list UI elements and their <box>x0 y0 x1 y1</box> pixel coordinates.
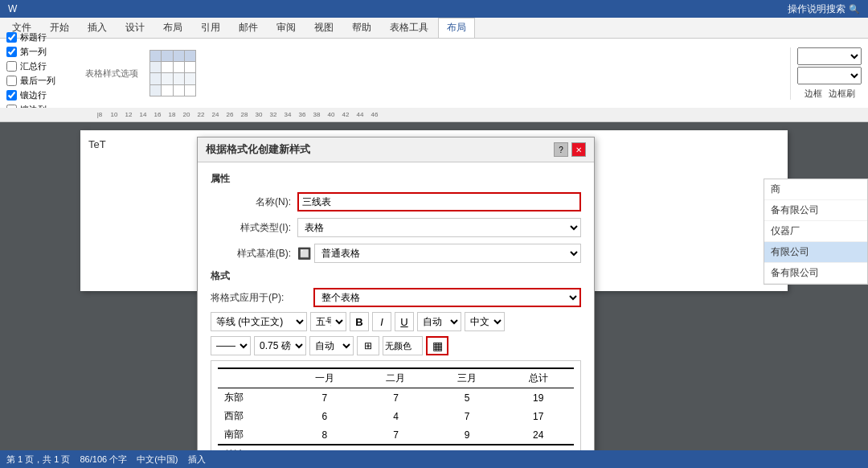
check-header-row[interactable]: 标题行 <box>6 31 79 43</box>
table-grid-container <box>149 50 196 96</box>
ruler-mark-34: 34 <box>280 111 295 118</box>
app-window: W 操作说明搜索 🔍 文件 开始 插入 设计 布局 引用 邮件 审阅 视图 帮助… <box>0 0 868 468</box>
border-style-button[interactable]: ▦ <box>426 336 448 355</box>
company-dropdown: 商 备有限公司 仪器厂 有限公司 备有限公司 <box>764 179 868 285</box>
preview-row-south: 南部 8 7 9 24 <box>218 425 574 445</box>
checkbox-banded-row[interactable] <box>6 90 17 101</box>
document-area: TeT 商 备有限公司 仪器厂 有限公司 备有限公司 根据格式化创建新样式 ? … <box>0 122 868 468</box>
font-name-select[interactable]: 等线 (中文正文) <box>211 312 307 331</box>
check-first-col[interactable]: 第一列 <box>6 46 79 58</box>
name-input[interactable] <box>297 192 581 211</box>
preview-west-total: 17 <box>502 407 574 425</box>
tab-mailings[interactable]: 邮件 <box>230 18 267 38</box>
company-item-1[interactable]: 商 <box>764 179 867 200</box>
color-picker[interactable]: 无颜色 <box>383 336 423 355</box>
font-size-select[interactable]: 五号 <box>310 312 346 331</box>
check-last-col[interactable]: 最后一列 <box>6 75 79 87</box>
company-item-5[interactable]: 备有限公司 <box>764 263 867 284</box>
ribbon-tabs-bar: 文件 开始 插入 设计 布局 引用 邮件 审阅 视图 帮助 表格工具 布局 <box>0 18 868 39</box>
table-style-grid[interactable] <box>149 50 196 96</box>
dialog-title: 根据格式化创建新样式 <box>206 142 310 157</box>
tab-layout[interactable]: 布局 <box>154 18 191 38</box>
preview-east-jan: 7 <box>289 388 361 408</box>
border-style-select[interactable] <box>797 47 862 65</box>
preview-south-jan: 8 <box>289 425 361 445</box>
preview-east-total: 19 <box>502 388 574 408</box>
ruler: |8 10 12 14 16 18 20 22 24 26 28 30 32 3… <box>0 108 868 122</box>
style-type-row: 样式类型(I): 表格 <box>211 218 581 237</box>
create-style-dialog: 根据格式化创建新样式 ? ✕ 属性 名称(N): 样式类型(I): <box>197 137 595 468</box>
dialog-close-button[interactable]: ✕ <box>571 142 586 157</box>
preview-west-jan: 6 <box>289 407 361 425</box>
page-info: 第 1 页，共 1 页 <box>6 454 70 466</box>
preview-south-label: 南部 <box>218 425 289 445</box>
ruler-mark-26: 26 <box>223 111 237 118</box>
ruler-mark-12: 12 <box>121 111 136 118</box>
style-type-label: 样式类型(I): <box>211 221 291 235</box>
preview-south-mar: 9 <box>432 425 503 445</box>
checkbox-first-col[interactable] <box>6 47 17 57</box>
italic-button[interactable]: I <box>372 312 391 331</box>
style-base-label: 样式基准(B): <box>211 247 291 261</box>
format-section: 格式 将格式应用于(P): 整个表格 等线 (中文正文) <box>211 269 581 355</box>
apply-to-select[interactable]: 整个表格 <box>313 288 581 307</box>
preview-col-total: 总计 <box>502 368 574 388</box>
border-color-select[interactable] <box>797 67 862 84</box>
table-style-options-panel: 标题行 第一列 汇总行 最后一列 镶边行 镶边列 <box>6 31 79 116</box>
line-width-dropdown[interactable]: 自动 <box>309 336 354 355</box>
lang-select[interactable]: 中文 <box>465 312 505 331</box>
preview-west-label: 西部 <box>218 407 289 425</box>
border-tools-row: —— 0.75 磅 自动 ⊞ 无颜色 <box>211 336 581 355</box>
style-base-icon: 🔲 <box>297 247 311 260</box>
tab-table-layout[interactable]: 布局 <box>438 18 475 38</box>
name-row: 名称(N): <box>211 192 581 211</box>
border-section: 边框 边框刷 <box>790 47 862 100</box>
check-banded-row[interactable]: 镶边行 <box>6 89 79 101</box>
tab-insert[interactable]: 插入 <box>79 18 116 38</box>
company-item-2[interactable]: 备有限公司 <box>764 200 867 221</box>
checkbox-total-row[interactable] <box>6 61 17 72</box>
ruler-mark-8: |8 <box>92 111 107 118</box>
preview-south-total: 24 <box>502 425 574 445</box>
preview-row-east: 东部 7 7 5 19 <box>218 388 574 408</box>
tab-table-tools[interactable]: 表格工具 <box>381 18 437 38</box>
style-base-select[interactable]: 普通表格 <box>314 244 581 263</box>
tab-review[interactable]: 审阅 <box>268 18 305 38</box>
grid-icon[interactable]: ⊞ <box>357 336 379 355</box>
preview-table: 一月 二月 三月 总计 东部 7 7 5 19 <box>218 367 574 464</box>
properties-section-label: 属性 <box>211 172 581 186</box>
style-type-select[interactable]: 表格 <box>297 218 581 237</box>
line-width-select[interactable]: 0.75 磅 <box>254 336 306 355</box>
preview-col-mar: 三月 <box>432 368 503 388</box>
company-item-4[interactable]: 有限公司 <box>764 242 867 263</box>
dialog-window-controls: ? ✕ <box>554 142 586 157</box>
ruler-mark-46: 46 <box>367 111 382 118</box>
ruler-mark-38: 38 <box>309 111 324 118</box>
tab-view[interactable]: 视图 <box>305 18 342 38</box>
font-color-select[interactable]: 自动 <box>417 312 461 331</box>
preview-east-feb: 7 <box>360 388 432 408</box>
preview-west-feb: 4 <box>360 407 432 425</box>
check-total-row[interactable]: 汇总行 <box>6 60 79 72</box>
line-style-select[interactable]: —— <box>211 336 251 355</box>
bold-button[interactable]: B <box>350 312 369 331</box>
preview-header-row: 一月 二月 三月 总计 <box>218 368 574 388</box>
ruler-mark-30: 30 <box>252 111 266 118</box>
preview-east-label: 东部 <box>218 388 289 408</box>
tab-help[interactable]: 帮助 <box>343 18 380 38</box>
ruler-mark-44: 44 <box>353 111 367 118</box>
company-item-3[interactable]: 仪器厂 <box>764 221 867 242</box>
ruler-marks: |8 10 12 14 16 18 20 22 24 26 28 30 32 3… <box>92 111 382 118</box>
ruler-mark-32: 32 <box>266 111 280 118</box>
tab-references[interactable]: 引用 <box>192 18 229 38</box>
preview-east-mar: 5 <box>432 388 503 408</box>
checkbox-last-col[interactable] <box>6 76 17 86</box>
preview-south-feb: 7 <box>360 425 432 445</box>
tab-design[interactable]: 设计 <box>117 18 154 38</box>
checkbox-header-row[interactable] <box>6 32 17 43</box>
underline-button[interactable]: U <box>395 312 414 331</box>
app-title-bar: W <box>8 3 788 14</box>
dialog-help-button[interactable]: ? <box>554 142 568 157</box>
ribbon-top-bar: W 操作说明搜索 🔍 <box>0 0 868 18</box>
doc-text: TeT <box>88 138 106 150</box>
